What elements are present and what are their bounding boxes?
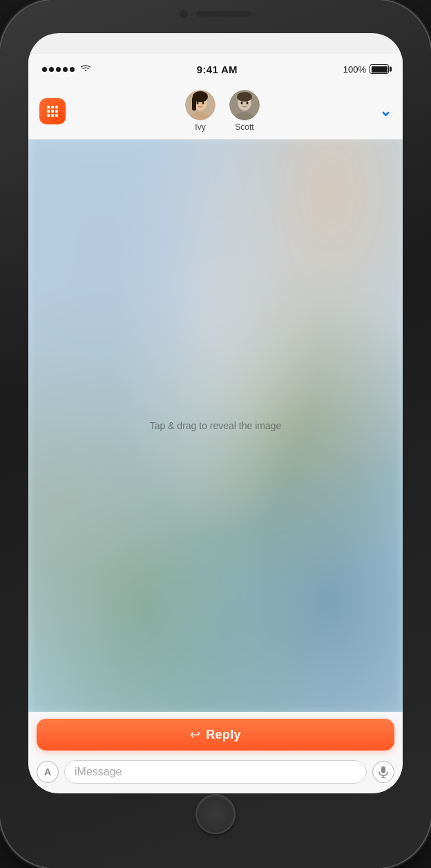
earpiece-speaker — [196, 11, 251, 17]
wifi-icon — [80, 64, 91, 75]
battery-percent: 100% — [343, 64, 366, 75]
battery-box — [370, 64, 389, 74]
home-button[interactable] — [195, 794, 236, 834]
signal-strength — [42, 67, 75, 72]
status-bar: 9:41 AM 100% — [28, 54, 403, 84]
svg-rect-4 — [192, 97, 196, 111]
svg-point-13 — [241, 102, 243, 104]
content-area[interactable]: Tap & drag to reveal the image — [28, 140, 403, 712]
imessage-input[interactable]: iMessage — [64, 760, 367, 784]
home-button-area — [195, 793, 236, 835]
svg-point-14 — [247, 102, 249, 104]
contact-scott-name: Scott — [235, 122, 253, 132]
phone-notch — [180, 0, 251, 18]
signal-dot-4 — [63, 67, 68, 72]
status-right: 100% — [343, 64, 389, 75]
nav-contacts: Ivy — [185, 90, 260, 132]
microphone-icon — [379, 766, 388, 778]
svg-rect-15 — [381, 766, 385, 773]
front-camera — [180, 10, 188, 18]
phone-frame: 9:41 AM 100% — [0, 0, 431, 868]
signal-dot-5 — [70, 67, 75, 72]
svg-point-6 — [197, 102, 199, 104]
status-left — [42, 64, 91, 75]
app-icon-button[interactable] — [39, 98, 66, 124]
microphone-button[interactable] — [372, 761, 394, 783]
contact-ivy[interactable]: Ivy — [185, 90, 216, 132]
chevron-down-button[interactable]: ⌄ — [379, 102, 392, 120]
battery-fill — [372, 66, 387, 73]
battery-icon — [370, 64, 389, 74]
app-grid-icon — [47, 106, 58, 117]
avatar-ivy — [185, 90, 216, 120]
imessage-bar: A iMessage — [28, 756, 403, 793]
reply-arrow-icon: ↩ — [190, 727, 200, 742]
svg-point-7 — [202, 102, 204, 104]
scott-avatar-image — [229, 90, 260, 120]
signal-dot-1 — [42, 67, 47, 72]
bottom-area: ↩ Reply A iMessage — [28, 712, 403, 793]
app-store-button[interactable]: A — [37, 761, 59, 783]
signal-dot-2 — [49, 67, 54, 72]
reply-button[interactable]: ↩ Reply — [37, 719, 394, 751]
signal-dot-3 — [56, 67, 61, 72]
nav-header: Ivy — [28, 84, 403, 140]
avatar-scott — [229, 90, 260, 120]
blurred-image-overlay — [28, 140, 403, 712]
status-time: 9:41 AM — [197, 64, 238, 75]
contact-scott[interactable]: Scott — [229, 90, 260, 132]
contact-ivy-name: Ivy — [195, 122, 205, 132]
imessage-placeholder: iMessage — [75, 766, 122, 778]
ivy-avatar-image — [185, 90, 216, 120]
phone-screen: 9:41 AM 100% — [28, 33, 403, 793]
app-store-icon: A — [44, 766, 51, 777]
reply-button-label: Reply — [206, 728, 241, 742]
nav-left — [39, 98, 66, 124]
